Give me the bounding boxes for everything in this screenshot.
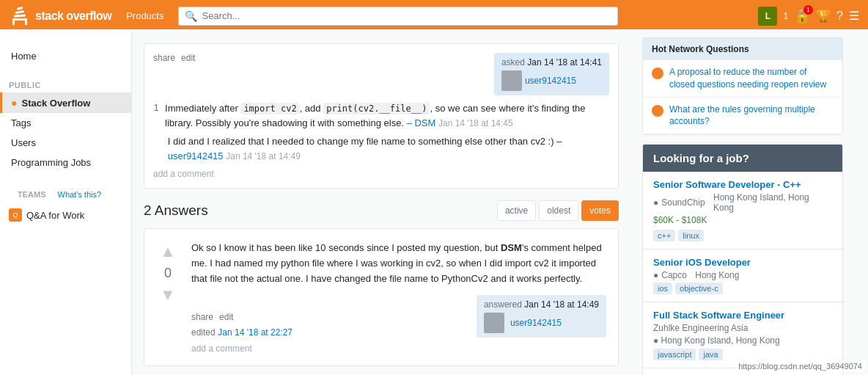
answer1-edit-link[interactable]: edit xyxy=(219,312,233,322)
sidebar-item-tags[interactable]: Tags xyxy=(0,113,131,133)
jobs-sidebar: Looking for a job? Senior Software Devel… xyxy=(642,144,843,375)
hot-item-2: What are the rules governing multiple ac… xyxy=(643,98,842,135)
comment2-date: Jan 14 '18 at 14:49 xyxy=(226,151,301,161)
job-title-1[interactable]: Senior iOS Developer xyxy=(653,257,832,268)
job-location-2: ● Hong Kong Island, Hong Kong xyxy=(653,335,832,346)
job-title-0-text: Senior Software Developer xyxy=(653,179,774,190)
comment1-user[interactable]: – DSM xyxy=(407,117,436,128)
answer-1-links: share edit xyxy=(191,312,293,322)
logo-icon xyxy=(9,5,31,27)
jobs-header: Looking for a job? xyxy=(643,145,842,172)
dsm-mention[interactable]: DSM xyxy=(501,242,522,253)
share-edit-row: share edit xyxy=(153,53,494,63)
answers-sort: active oldest votes xyxy=(497,200,619,221)
sort-votes-btn[interactable]: votes xyxy=(581,200,619,221)
answerer-avatar-1 xyxy=(484,313,504,333)
logo-text: stack overflow xyxy=(35,10,111,23)
asked-label: asked xyxy=(501,57,525,68)
sort-oldest-btn[interactable]: oldest xyxy=(539,200,578,221)
svg-rect-1 xyxy=(14,14,26,17)
trophy-btn[interactable]: 🏆 xyxy=(816,9,831,23)
answerer-name-1[interactable]: user9142415 xyxy=(510,318,562,328)
job-tags-1: ios objective-c xyxy=(653,283,832,294)
hot-item-1: A proposal to reduce the number of close… xyxy=(643,60,842,98)
vote-up-btn-1[interactable]: ▲ xyxy=(157,241,179,263)
user-rep: 1 xyxy=(783,11,788,21)
site-header: stack overflow Products 🔍 L 1 🔒 1 🏆 ? ☰ xyxy=(0,0,868,29)
edit-time-row: edited Jan 14 '18 at 22:27 xyxy=(191,327,293,338)
sidebar-teams-row: TEAMS What's this? xyxy=(0,184,131,205)
hot-item-1-text[interactable]: A proposal to reduce the number of close… xyxy=(669,66,834,91)
job-tag-0-0[interactable]: c++ xyxy=(653,230,675,241)
job-company-2-text: Zuhlke Engineering Asia xyxy=(653,323,748,333)
products-nav[interactable]: Products xyxy=(120,7,169,24)
answered-label: answered xyxy=(484,299,522,310)
job-location-2-text: Hong Kong Island, Hong Kong xyxy=(661,335,780,346)
sidebar-users-label: Users xyxy=(11,137,36,148)
location-pin-1: ● xyxy=(653,270,658,280)
menu-btn[interactable]: ☰ xyxy=(849,9,859,23)
job-tag-1-1[interactable]: objective-c xyxy=(675,283,723,294)
hot-network-box: Hot Network Questions A proposal to redu… xyxy=(642,37,843,135)
user-avatar-btn[interactable]: L xyxy=(758,7,777,26)
comment-2: I did and I realized that I needed to ch… xyxy=(153,134,609,163)
location-pin-2: ● xyxy=(653,335,658,346)
logo[interactable]: stack overflow xyxy=(9,5,111,27)
answer-1-footer: share edit edited Jan 14 '18 at 22:27 an… xyxy=(191,295,606,338)
add-comment-link[interactable]: add a comment xyxy=(153,169,609,179)
job-tag-2-1[interactable]: java xyxy=(699,349,722,360)
job-tags-0: c++ linux xyxy=(653,230,832,241)
answers-title: 2 Answers xyxy=(144,203,208,219)
sidebar-teams-section: TEAMS What's this? Q Q&A for Work xyxy=(0,178,131,231)
job-location-0: Hong Kong Island, Hong Kong xyxy=(713,192,832,213)
edit-link[interactable]: edit xyxy=(181,53,195,63)
answer1-share-link[interactable]: share xyxy=(191,312,213,322)
sidebar-item-qa-work[interactable]: Q Q&A for Work xyxy=(0,205,131,225)
comment-1: 1 Immediately after import cv2, add prin… xyxy=(153,101,609,130)
main-content: asked Jan 14 '18 at 14:41 user9142415 sh… xyxy=(132,32,630,375)
help-btn[interactable]: ? xyxy=(836,10,843,23)
edited-date[interactable]: Jan 14 '18 at 22:27 xyxy=(218,327,293,338)
vote-down-btn-1[interactable]: ▼ xyxy=(157,284,179,306)
comment2-text: I did and I realized that I needed to ch… xyxy=(168,134,609,163)
svg-rect-3 xyxy=(17,7,23,10)
svg-rect-6 xyxy=(25,21,27,25)
job-tag-1-0[interactable]: ios xyxy=(653,283,672,294)
job-company-1-text: Capco xyxy=(661,270,687,280)
header-right: L 1 🔒 1 🏆 ? ☰ xyxy=(758,7,859,26)
sidebar-stackoverflow-label: Stack Overflow xyxy=(21,98,90,109)
job-tag-2-0[interactable]: javascript xyxy=(653,349,696,360)
job-item-1: Senior iOS Developer ● Capco Hong Kong i… xyxy=(643,250,842,302)
job-title-2[interactable]: Full Stack Software Engineer xyxy=(653,310,832,321)
search-input[interactable] xyxy=(202,10,611,21)
answer-1-body: Ok so I know it has been like 10 seconds… xyxy=(191,241,606,354)
job-company-2: Zuhlke Engineering Asia xyxy=(653,323,832,333)
answer-1-text: Ok so I know it has been like 10 seconds… xyxy=(191,241,606,286)
comment1-text: Immediately after import cv2, add print(… xyxy=(165,101,609,130)
whats-this-link[interactable]: What's this? xyxy=(58,190,102,199)
job-salary-0: $60K - $108K xyxy=(653,215,832,225)
sidebar-jobs-label: Programming Jobs xyxy=(11,157,91,168)
share-link[interactable]: share xyxy=(153,53,175,63)
sort-active-btn[interactable]: active xyxy=(497,200,536,221)
edited-label: edited xyxy=(191,327,216,338)
asked-info-box: asked Jan 14 '18 at 14:41 user9142415 xyxy=(494,53,609,95)
job-title-0-highlight: - C++ xyxy=(777,179,801,190)
comment2-user[interactable]: user9142415 xyxy=(168,150,224,161)
sidebar-teams-label: TEAMS xyxy=(9,187,55,202)
sidebar-item-stackoverflow[interactable]: ● Stack Overflow xyxy=(0,92,131,113)
inbox-btn[interactable]: 🔒 1 xyxy=(794,8,810,24)
job-tag-0-1[interactable]: linux xyxy=(678,230,704,241)
asker-name[interactable]: user9142415 xyxy=(525,76,576,86)
inbox-badge: 1 xyxy=(803,5,813,15)
sidebar: Home PUBLIC ● Stack Overflow Tags Users … xyxy=(0,32,132,375)
answer1-add-comment[interactable]: add a comment xyxy=(191,343,606,354)
sidebar-item-jobs[interactable]: Programming Jobs xyxy=(0,153,131,172)
sidebar-item-home[interactable]: Home xyxy=(0,46,131,66)
hot-network-title: Hot Network Questions xyxy=(643,38,842,60)
location-pin-0: ● xyxy=(653,197,658,208)
hot-item-2-text[interactable]: What are the rules governing multiple ac… xyxy=(669,103,834,128)
svg-rect-2 xyxy=(15,10,24,13)
sidebar-item-users[interactable]: Users xyxy=(0,133,131,153)
job-title-0[interactable]: Senior Software Developer - C++ xyxy=(653,179,832,190)
